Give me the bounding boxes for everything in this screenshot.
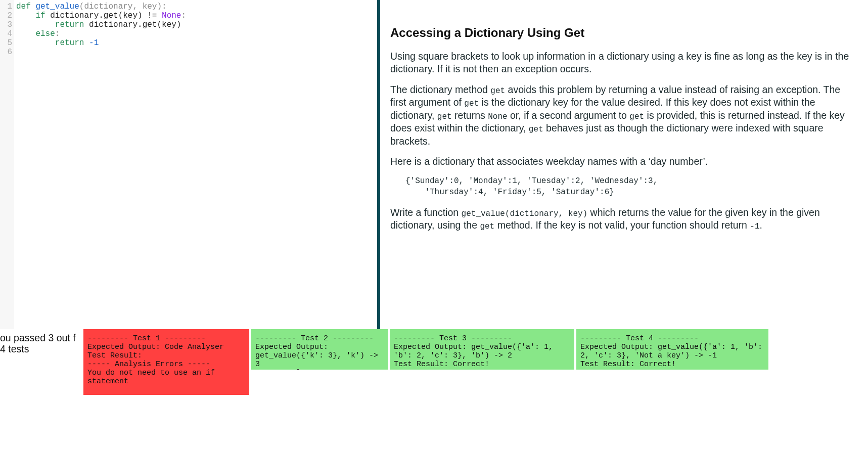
- line-number: 1: [0, 2, 12, 11]
- code-line[interactable]: return dictionary.get(key): [16, 20, 377, 29]
- line-number: 3: [0, 20, 12, 29]
- lesson-title: Accessing a Dictionary Using Get: [390, 25, 854, 41]
- inline-code: get: [464, 99, 479, 108]
- lesson-paragraph: Here is a dictionary that associates wee…: [390, 155, 854, 168]
- inline-code: get: [490, 86, 505, 96]
- inline-code: get_value(dictionary, key): [462, 209, 588, 218]
- test-result-card: --------- Test 3 --------- Expected Outp…: [390, 329, 574, 370]
- code-editor-pane: 123456 def get_value(dictionary, key): i…: [0, 0, 380, 329]
- line-number: 5: [0, 38, 12, 48]
- code-line[interactable]: return -1: [16, 38, 377, 48]
- line-number: 2: [0, 11, 12, 20]
- inline-code: get: [529, 125, 543, 134]
- test-summary: ou passed 3 out f 4 tests: [0, 329, 83, 395]
- test-result-card: --------- Test 1 --------- Expected Outp…: [83, 329, 249, 395]
- inline-code: get: [629, 112, 644, 121]
- code-line[interactable]: else:: [16, 29, 377, 38]
- inline-code: None: [488, 112, 507, 121]
- test-results-bar: ou passed 3 out f 4 tests --------- Test…: [0, 329, 868, 395]
- code-line[interactable]: if dictionary.get(key) != None:: [16, 11, 377, 20]
- lesson-paragraph: The dictionary method get avoids this pr…: [390, 83, 854, 148]
- test-result-card: --------- Test 4 --------- Expected Outp…: [576, 329, 768, 370]
- code-line[interactable]: [16, 48, 377, 57]
- code-line[interactable]: def get_value(dictionary, key):: [16, 2, 377, 11]
- description-pane: Accessing a Dictionary Using Get Using s…: [380, 0, 868, 329]
- inline-code: get: [437, 112, 452, 121]
- lesson-paragraph: Using square brackets to look up informa…: [390, 50, 854, 75]
- inline-code: get: [480, 222, 494, 231]
- line-number: 6: [0, 48, 12, 57]
- code-block: {'Sunday':0, 'Monday':1, 'Tuesday':2, 'W…: [405, 176, 854, 198]
- code-editor[interactable]: def get_value(dictionary, key): if dicti…: [14, 0, 377, 329]
- inline-code: -1: [750, 222, 759, 231]
- test-result-card: --------- Test 2 --------- Expected Outp…: [251, 329, 388, 370]
- line-number-gutter: 123456: [0, 0, 14, 329]
- line-number: 4: [0, 29, 12, 38]
- lesson-paragraph: Write a function get_value(dictionary, k…: [390, 206, 854, 232]
